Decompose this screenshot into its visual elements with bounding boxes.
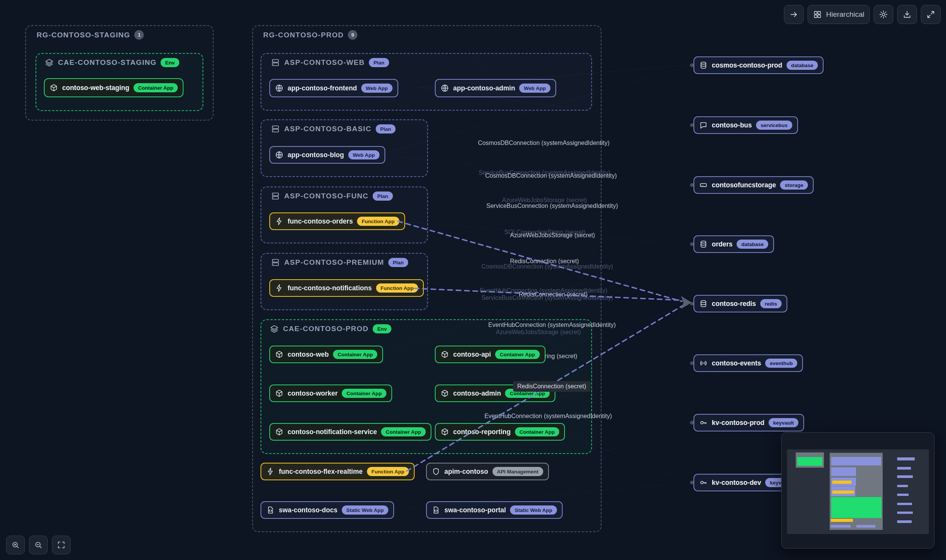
node-contoso-notification-service[interactable]: contoso-notification-service Container A…: [269, 423, 431, 441]
node-type-badge: Web App: [348, 150, 380, 159]
node-contoso-web[interactable]: contoso-web Container App: [269, 346, 383, 363]
fullscreen-button[interactable]: [921, 5, 941, 24]
group-title: ASP-CONTOSO-WEB: [284, 58, 365, 67]
node-swa-contoso-portal[interactable]: swa-contoso-portal Static Web App: [426, 501, 563, 519]
server-icon: [271, 258, 280, 267]
node-type-badge: eventhub: [765, 359, 797, 368]
node-app-contoso-blog[interactable]: app-contoso-blog Web App: [269, 146, 385, 164]
arrow-right-icon: [789, 10, 798, 19]
node-type-badge: Container App: [495, 350, 540, 359]
node-type-badge: API Management: [492, 467, 543, 476]
node-name: app-contoso-blog: [288, 151, 344, 159]
resource-diagram-canvas[interactable]: RG-CONTOSO-STAGING 1 CAE-CONTOSO-STAGING…: [0, 0, 946, 560]
node-swa-contoso-docs[interactable]: swa-contoso-docs Static Web App: [261, 501, 394, 519]
server-icon: [271, 124, 280, 134]
edge-label: CosmosDBConnection (systemAssignedIdenti…: [485, 172, 617, 179]
node-contosofuncstorage[interactable]: contosofuncstorage storage: [693, 176, 814, 194]
minimap-node: [797, 457, 822, 466]
fit-view-button[interactable]: [52, 536, 71, 554]
fit-view-icon: [57, 541, 66, 549]
node-contoso-worker[interactable]: contoso-worker Container App: [269, 385, 392, 402]
storage-drive-icon: [699, 181, 708, 189]
node-contoso-api[interactable]: contoso-api Container App: [435, 346, 545, 363]
settings-button[interactable]: [874, 5, 893, 24]
node-func-contoso-flex-realtime[interactable]: func-contoso-flex-realtime Function App: [261, 463, 415, 480]
minimap-node: [856, 525, 875, 528]
node-cosmos-contoso-prod[interactable]: cosmos-contoso-prod database: [693, 56, 824, 74]
node-app-contoso-frontend[interactable]: app-contoso-frontend Web App: [269, 79, 398, 97]
plan-badge: Plan: [376, 124, 396, 134]
minimap-viewport: [787, 449, 929, 534]
node-apim-contoso[interactable]: apim-contoso API Management: [426, 463, 549, 480]
download-button[interactable]: [897, 5, 917, 24]
group-title: CAE-CONTOSO-STAGING: [58, 58, 156, 67]
cube-icon: [441, 389, 449, 397]
minimap-node: [897, 512, 913, 514]
node-name: kv-contoso-prod: [712, 419, 764, 427]
node-type-badge: Function App: [367, 467, 409, 476]
minimap-node: [897, 503, 912, 505]
edge-label: RedisConnection (secret): [510, 258, 579, 265]
gear-icon: [879, 10, 888, 19]
layers-icon: [270, 324, 279, 333]
node-app-contoso-admin[interactable]: app-contoso-admin Web App: [435, 79, 556, 97]
node-contoso-redis[interactable]: contoso-redis redis: [693, 295, 787, 312]
globe-icon: [441, 84, 449, 92]
minimap[interactable]: [781, 432, 935, 549]
key-icon: [699, 418, 708, 427]
node-contoso-events[interactable]: contoso-events eventhub: [693, 354, 803, 372]
minimap-node: [897, 467, 911, 470]
node-contoso-reporting[interactable]: contoso-reporting Container App: [435, 423, 565, 441]
node-type-badge: Container App: [381, 427, 426, 436]
node-name: contoso-notification-service: [288, 428, 377, 436]
node-type-badge: keyvault: [769, 418, 798, 427]
group-title: ASP-CONTOSO-PREMIUM: [284, 258, 384, 267]
node-contoso-bus[interactable]: contoso-bus servicebus: [693, 116, 798, 134]
node-type-badge: Container App: [342, 389, 386, 398]
node-name: func-contoso-flex-realtime: [279, 468, 363, 476]
edge-label: AzureWebJobsStorage (secret): [496, 329, 581, 336]
node-kv-contoso-prod[interactable]: kv-contoso-prod keyvault: [693, 414, 804, 431]
cube-icon: [50, 84, 58, 92]
container-env-staging-header: CAE-CONTOSO-STAGING Env: [45, 58, 179, 67]
layout-mode-button[interactable]: Hierarchical: [808, 5, 870, 24]
zoom-out-icon: [34, 541, 43, 549]
zoom-in-button[interactable]: [6, 536, 25, 554]
node-func-contoso-orders[interactable]: func-contoso-orders Function App: [269, 212, 405, 230]
container-env-prod-header: CAE-CONTOSO-PROD Env: [270, 324, 391, 333]
collapse-panel-button[interactable]: [784, 5, 804, 24]
plan-group-basic-header: ASP-CONTOSO-BASIC Plan: [271, 124, 396, 134]
minimap-node: [897, 520, 912, 523]
minimap-group-env: [831, 497, 882, 518]
node-type-badge: storage: [780, 180, 808, 190]
zoom-out-button[interactable]: [29, 536, 48, 554]
plan-group-web-header: ASP-CONTOSO-WEB Plan: [271, 58, 389, 67]
node-name: app-contoso-frontend: [288, 84, 357, 92]
server-icon: [271, 191, 280, 201]
cube-icon: [275, 389, 283, 397]
node-name: contoso-api: [453, 351, 491, 359]
node-name: contoso-bus: [712, 121, 752, 129]
lightning-icon: [275, 217, 283, 225]
node-name: app-contoso-admin: [453, 84, 515, 92]
node-name: kv-contoso-dev: [712, 479, 761, 487]
node-name: swa-contoso-docs: [279, 506, 338, 514]
node-type-badge: Web App: [361, 84, 393, 93]
node-type-badge: Function App: [376, 283, 418, 293]
database-icon: [699, 299, 708, 308]
minimap-node: [897, 485, 908, 487]
code-file-icon: [266, 506, 275, 514]
node-contoso-web-staging[interactable]: contoso-web-staging Container App: [44, 78, 183, 97]
edge-label: AzureWebJobsStorage (secret): [510, 232, 595, 239]
edge-label: EventHubConnection (systemAssignedIdenti…: [484, 413, 612, 420]
node-name: cosmos-contoso-prod: [712, 61, 782, 69]
globe-icon: [275, 151, 283, 159]
node-func-contoso-notifications[interactable]: func-contoso-notifications Function App: [269, 279, 424, 297]
minimap-node: [897, 475, 913, 478]
node-orders[interactable]: orders database: [693, 235, 774, 253]
code-file-icon: [432, 506, 440, 514]
cube-icon: [441, 428, 449, 436]
minimap-node: [831, 457, 881, 465]
edge-label-tooltip: RedisConnection (secret): [513, 381, 590, 392]
cube-icon: [275, 428, 283, 436]
